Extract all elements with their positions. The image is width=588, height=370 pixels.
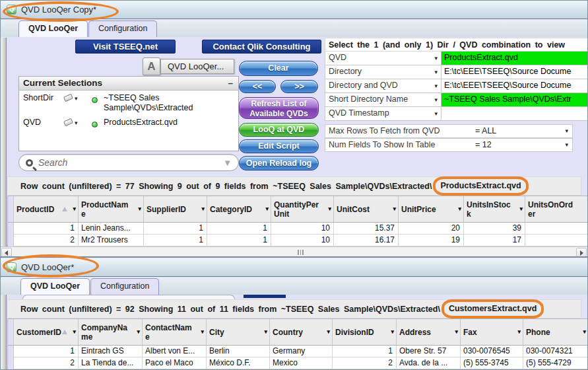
column-header-companyname[interactable]: CompanyName▾ xyxy=(79,319,143,345)
selector-label[interactable]: Directory and QVD▾ xyxy=(325,79,441,93)
dropdown-icon[interactable]: ▾ xyxy=(565,140,568,151)
column-dropdown-icon[interactable]: ▾ xyxy=(517,328,521,335)
selection-value[interactable]: ~TSEEQ Sales Sample\QVDs\Extracted xyxy=(104,93,234,113)
column-dropdown-icon[interactable]: ▾ xyxy=(328,205,331,212)
table-cell: 1 xyxy=(207,223,271,235)
dropdown-icon[interactable]: ▾ xyxy=(434,69,438,75)
scroll-left-button[interactable] xyxy=(1,248,12,257)
column-dropdown-icon[interactable]: ▾ xyxy=(201,328,204,335)
table-row[interactable]: 2La Tienda de...Paco el MacoMéxico D.F.M… xyxy=(8,357,588,369)
selection-field-label: QVD xyxy=(23,118,64,130)
column-header-productid[interactable]: ProductID▾ xyxy=(14,196,79,222)
selection-value[interactable]: ProductsExtract.qvd xyxy=(104,118,234,130)
column-header-unitcost[interactable]: UnitCost▾ xyxy=(334,196,399,222)
clear-button[interactable]: Clear xyxy=(239,61,318,76)
tab-qvd-looqer[interactable]: QVD LooQer xyxy=(18,20,88,37)
column-header-address[interactable]: Address▾ xyxy=(397,319,461,345)
column-dropdown-icon[interactable]: ▾ xyxy=(201,205,205,212)
selector-label[interactable]: Directory▾ xyxy=(325,65,441,79)
column-dropdown-icon[interactable]: ▾ xyxy=(138,205,141,212)
tab-configuration[interactable]: Configuration xyxy=(90,278,159,295)
setting-num-fields[interactable]: Num Fields To Show In Table = 12 ▾ xyxy=(325,138,573,152)
looq-at-qvd-button[interactable]: LooQ at QVD xyxy=(239,123,319,137)
column-header-label: SupplierID xyxy=(147,205,186,214)
dropdown-icon[interactable]: ▾ xyxy=(434,83,438,89)
status-text: Row count (unfiltered) = 77 Showing 9 ou… xyxy=(20,182,432,191)
selector-value[interactable]: ProductsExtract.qvd xyxy=(441,52,588,65)
tab-configuration[interactable]: Configuration xyxy=(88,20,157,37)
column-header-unitsinstock[interactable]: UnitsInStock▾ xyxy=(464,196,525,222)
column-header-label: UnitPrice xyxy=(401,205,436,214)
column-header-customerid[interactable]: CustomerID▾ xyxy=(14,319,79,345)
column-header-unitsonorder[interactable]: UnitsOnOrder xyxy=(525,196,588,222)
column-dropdown-icon[interactable]: ▾ xyxy=(327,328,330,335)
column-dropdown-icon[interactable]: ▾ xyxy=(393,205,396,212)
row-gutter xyxy=(8,196,14,222)
column-dropdown-icon[interactable]: ▾ xyxy=(519,205,523,212)
eraser-dropdown-icon[interactable]: ▾ xyxy=(75,95,78,102)
eraser-icon[interactable] xyxy=(63,94,73,102)
products-table[interactable]: ProductID▾ProductName▾SupplierID▾Categor… xyxy=(7,196,588,246)
column-header-supplierid[interactable]: SupplierID▾ xyxy=(144,196,207,222)
column-dropdown-icon[interactable]: ▾ xyxy=(137,328,140,335)
dropdown-icon[interactable]: ▾ xyxy=(434,96,438,103)
column-dropdown-icon[interactable]: ▾ xyxy=(264,328,267,335)
visit-tseeq-button[interactable]: Visit TSEEQ.net xyxy=(75,40,176,54)
selection-row-shortdir: ShortDir ▾ ~TSEEQ Sales Sample\QVDs\Extr… xyxy=(23,93,234,113)
selector-label[interactable]: Short Directory Name▾ xyxy=(325,93,441,107)
text-object-caption[interactable]: QVD LooQer... xyxy=(160,59,234,74)
text-object-icon[interactable]: A xyxy=(143,57,160,75)
dropdown-icon[interactable]: ▾ xyxy=(434,110,438,117)
column-dropdown-icon[interactable]: ▾ xyxy=(73,328,76,335)
column-header-categoryid[interactable]: CategoryID▾ xyxy=(207,196,271,222)
contact-qlik-button[interactable]: Contact Qlik Consulting xyxy=(202,40,321,54)
selector-value[interactable] xyxy=(441,107,588,121)
setting-max-rows[interactable]: Max Rows To Fetch from QVD = ALL ▾ xyxy=(325,124,573,138)
table-cell: 10 xyxy=(271,235,334,246)
eraser-icon[interactable] xyxy=(63,118,73,127)
table-row[interactable]: 2Mr2 Trousers111016.171917 xyxy=(8,235,588,246)
column-dropdown-icon[interactable]: ▾ xyxy=(583,328,586,335)
column-dropdown-icon[interactable]: ▾ xyxy=(455,328,458,335)
column-dropdown-icon[interactable]: ▾ xyxy=(391,328,394,335)
column-header-productname[interactable]: ProductName▾ xyxy=(79,196,144,222)
forward-button[interactable]: >> xyxy=(280,80,318,93)
column-header-quantityperunit[interactable]: QuantityPerUnit▾ xyxy=(271,196,334,222)
sheet-body: Row count (unfiltered) = 92 Showing 11 o… xyxy=(1,295,587,370)
minimize-button[interactable]: – xyxy=(228,78,233,90)
column-dropdown-icon[interactable]: ▾ xyxy=(458,205,461,212)
search-dropdown-icon[interactable]: ▼ xyxy=(223,158,232,168)
column-header-city[interactable]: City▾ xyxy=(207,319,270,345)
tab-qvd-looqer[interactable]: QVD LooQer xyxy=(20,278,90,295)
customers-table[interactable]: CustomerID▾CompanyName▾ContactName▾City▾… xyxy=(7,318,588,370)
edit-script-button[interactable]: Edit Script xyxy=(239,139,319,153)
table-row[interactable]: 1Lenin Jeans...111015.372039 xyxy=(8,223,588,235)
horizontal-scrollbar[interactable] xyxy=(1,246,587,257)
search-box[interactable]: Search ▼ xyxy=(18,154,239,171)
column-header-contactname[interactable]: ContactName▾ xyxy=(143,319,207,345)
selector-label[interactable]: QVD Timestamp▾ xyxy=(325,107,441,121)
table-row[interactable]: 1Eintrach GSAlbert von E...BerlinGermany… xyxy=(8,346,588,357)
scrollbar-grip[interactable] xyxy=(298,250,304,255)
column-header-country[interactable]: Country▾ xyxy=(270,319,333,345)
dropdown-icon[interactable]: ▾ xyxy=(434,55,438,61)
selector-label[interactable]: QVD▾ xyxy=(325,52,441,65)
open-reload-log-button[interactable]: Open Reload log xyxy=(239,156,319,170)
eraser-dropdown-icon[interactable]: ▾ xyxy=(75,120,78,126)
selector-value[interactable]: ~TSEEQ Sales Sample\QVDs\Extr xyxy=(441,93,588,107)
selector-value[interactable]: E:\tc\EEE\TSEEQ\Source Docume xyxy=(441,79,588,93)
refresh-qvds-button[interactable]: Refresh List of Available QVDs xyxy=(239,97,319,119)
column-dropdown-icon[interactable]: ▾ xyxy=(73,205,76,212)
scroll-right-button[interactable] xyxy=(576,248,587,257)
column-header-divisionid[interactable]: DivisionID▾ xyxy=(333,319,397,345)
column-dropdown-icon[interactable]: ▾ xyxy=(265,205,269,212)
column-header-unitprice[interactable]: UnitPrice▾ xyxy=(399,196,464,222)
selector-value[interactable]: E:\tc\EEE\TSEEQ\Source Docume xyxy=(441,65,588,79)
dropdown-icon[interactable]: ▾ xyxy=(565,126,568,137)
column-header-fax[interactable]: Fax▾ xyxy=(461,319,523,345)
back-button[interactable]: << xyxy=(239,80,276,93)
window-titlebar[interactable]: Q QVD LooQer Copy* xyxy=(1,1,587,19)
column-header-phone[interactable]: Phone▾ xyxy=(523,319,588,345)
table-cell: 1 xyxy=(144,235,207,246)
window-titlebar[interactable]: Q QVD LooQer* xyxy=(1,258,587,277)
